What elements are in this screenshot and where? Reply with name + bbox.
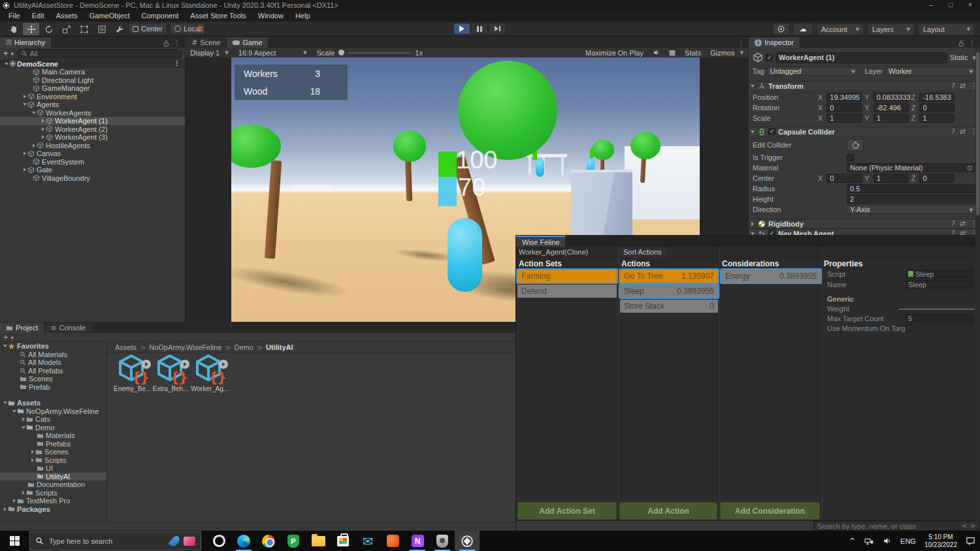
breadcrumb-item[interactable]: Demo (235, 343, 253, 351)
action-item[interactable]: Go To Tree1.135907 (620, 270, 718, 283)
expand-arrow-icon[interactable] (12, 410, 16, 413)
cloud-icon[interactable]: ☁ (793, 23, 813, 35)
transform-component-header[interactable]: Transform ?⇄⋮ (749, 81, 980, 91)
hierarchy-item-selected[interactable]: WorkerAgent (1) (0, 117, 185, 125)
inspector-search-input[interactable]: Search by type, name, or class < > (813, 521, 980, 531)
expand-arrow-icon[interactable] (751, 222, 754, 226)
tab-inspector[interactable]: i Inspector (749, 37, 800, 48)
project-tree-item[interactable]: Demo (0, 424, 106, 432)
expand-arrow-icon[interactable] (22, 491, 25, 495)
scale-slider-track[interactable] (348, 52, 411, 54)
taskbar-app-opera[interactable] (206, 531, 231, 551)
hierarchy-item[interactable]: GameManager (0, 84, 185, 93)
project-tree-item[interactable]: Packages (0, 505, 106, 514)
scale-tool-icon[interactable] (58, 23, 74, 35)
move-tool-icon[interactable] (23, 23, 39, 35)
help-icon[interactable]: ? (951, 127, 955, 136)
radius-field[interactable]: 0.5 (847, 184, 976, 193)
expand-arrow-icon[interactable] (751, 131, 755, 133)
asset-item[interactable]: { } Extra_Beh... (152, 354, 189, 392)
rotate-tool-icon[interactable] (41, 23, 57, 35)
taskbar-app-chrome[interactable] (256, 531, 281, 551)
max-target-count-field[interactable]: 5 (906, 314, 973, 323)
favorite-item[interactable]: All Models (0, 358, 106, 367)
menu-asset-store-tools[interactable]: Asset Store Tools (184, 10, 252, 22)
breadcrumb-item[interactable]: Assets (115, 343, 137, 351)
rotation-z-field[interactable]: 0 (919, 103, 955, 112)
minimize-button[interactable]: – (921, 0, 941, 10)
taskbar-app-gray-shield[interactable] (430, 531, 455, 551)
expand-arrow-icon[interactable] (42, 135, 44, 139)
taskbar-app-edge[interactable] (231, 531, 256, 551)
taskbar-app-store[interactable] (331, 531, 355, 551)
weight-slider[interactable] (899, 309, 974, 309)
create-asset-button[interactable]: + ▾ (3, 333, 14, 341)
expand-arrow-icon[interactable] (5, 63, 8, 65)
kebab-menu-icon[interactable]: ⋮ (170, 39, 184, 48)
gizmos-dropdown[interactable]: Gizmos▾ (706, 48, 748, 58)
vsync-toggle[interactable]: ▦ (664, 48, 680, 58)
hierarchy-item[interactable]: WorkerAgent (3) (0, 133, 185, 142)
maximize-on-play-toggle[interactable]: Maximize On Play (581, 48, 648, 58)
menu-help[interactable]: Help (289, 10, 316, 22)
inspector-scrollbar[interactable] (975, 47, 980, 531)
tab-scene[interactable]: # Scene (186, 37, 227, 48)
asset-item[interactable]: { } Enemy_Be... (114, 354, 150, 392)
static-toggle[interactable]: Static ▾ (950, 54, 976, 62)
scale-slider-thumb[interactable] (338, 50, 344, 55)
presets-icon[interactable]: ⇄ (960, 219, 966, 228)
position-z-field[interactable]: -16.5383 (919, 93, 955, 102)
breadcrumb-item[interactable]: NoOpArmy.WiseFeline (149, 343, 221, 351)
lock-icon[interactable] (958, 40, 965, 47)
start-button[interactable] (0, 531, 29, 551)
rect-tool-icon[interactable] (76, 23, 92, 35)
taskbar-clock[interactable]: 5:10 PM 10/23/2022 (921, 533, 961, 549)
component-enabled-checkbox[interactable]: ✓ (768, 128, 776, 135)
step-button[interactable] (489, 23, 506, 35)
pivot-toggle-button[interactable]: Center (128, 23, 167, 35)
project-tree-item[interactable]: NoOpArmy.WiseFeline (0, 407, 106, 416)
tab-project[interactable]: Project (0, 323, 44, 333)
chevron-right-icon[interactable]: > (970, 522, 976, 530)
taskbar-app-mail[interactable]: ✉ (355, 531, 380, 551)
script-field[interactable]: Sleep (906, 270, 973, 278)
expand-arrow-icon[interactable] (22, 417, 25, 421)
expand-arrow-icon[interactable] (42, 119, 44, 123)
expand-arrow-icon[interactable] (751, 232, 755, 235)
hierarchy-item[interactable]: Directional Light (0, 76, 185, 85)
network-icon[interactable] (860, 531, 878, 551)
expand-arrow-icon[interactable] (3, 401, 7, 404)
hierarchy-item[interactable]: Canvas (0, 150, 185, 158)
menu-window[interactable]: Window (252, 10, 289, 22)
hand-tool-icon[interactable] (5, 23, 22, 35)
expand-arrow-icon[interactable] (24, 95, 26, 99)
tab-hierarchy[interactable]: Hierarchy (0, 37, 52, 48)
volume-icon[interactable] (878, 531, 896, 551)
help-icon[interactable]: ? (951, 219, 955, 228)
rigidbody-header[interactable]: Rigidbody ?⇄⋮ (749, 219, 980, 228)
project-tree-item[interactable]: Scenes (0, 448, 106, 456)
expand-arrow-icon[interactable] (31, 450, 34, 454)
expand-arrow-icon[interactable] (32, 112, 36, 114)
layout-dropdown[interactable]: Layout▾ (919, 24, 975, 35)
favorite-item[interactable]: All Materials (0, 351, 106, 359)
tab-game[interactable]: Game (227, 37, 269, 48)
scale-z-field[interactable]: 1 (919, 114, 955, 123)
action-set-item[interactable]: Farming (517, 270, 617, 283)
consideration-item[interactable]: Energy0.3893955 (721, 270, 821, 283)
expand-arrow-icon[interactable] (3, 345, 7, 347)
project-tree-item[interactable]: Documentation (0, 480, 106, 489)
action-set-item[interactable]: Defend (517, 285, 617, 298)
taskbar-search-input[interactable]: Type here to search (29, 531, 201, 550)
kebab-menu-icon[interactable]: ⋮ (734, 39, 748, 48)
expand-arrow-icon[interactable] (22, 426, 25, 429)
taskbar-app-office[interactable] (380, 531, 405, 551)
grid-snapping-icon[interactable] (195, 24, 205, 34)
center-x-field[interactable]: 0 (826, 174, 862, 183)
direction-dropdown[interactable]: Y-Axis▾ (847, 205, 976, 214)
maximize-button[interactable]: □ (941, 0, 960, 10)
hierarchy-scene-row[interactable]: DemoScene ⋮ (0, 59, 185, 68)
add-action-button[interactable]: Add Action (619, 502, 717, 520)
hierarchy-item[interactable]: Environment (0, 93, 185, 101)
project-tree-item[interactable]: Assets (0, 399, 106, 407)
